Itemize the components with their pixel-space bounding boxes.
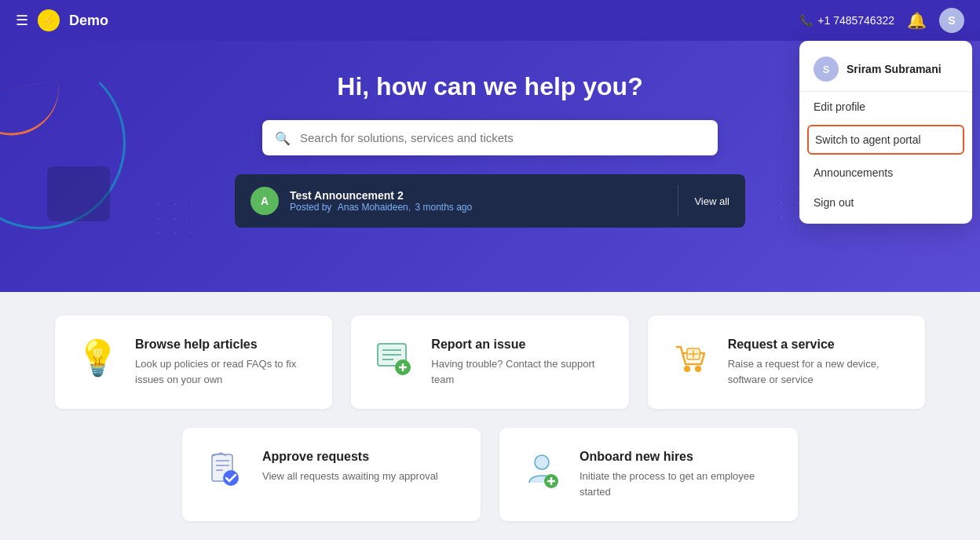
report-issue-title: Report an issue bbox=[431, 338, 609, 352]
request-service-desc: Raise a request for a new device, softwa… bbox=[728, 356, 906, 387]
browse-articles-icon: 💡 bbox=[74, 338, 121, 378]
browse-articles-desc: Look up policies or read FAQs to fix iss… bbox=[135, 356, 313, 387]
announcement-title: Test Announcement 2 bbox=[290, 189, 662, 202]
onboard-hires-body: Onboard new hires Initiate the process t… bbox=[580, 450, 779, 499]
bell-icon[interactable]: 🔔 bbox=[907, 11, 927, 30]
search-bar: 🔍 bbox=[262, 120, 718, 155]
approve-requests-icon bbox=[201, 450, 248, 498]
search-input[interactable] bbox=[262, 120, 718, 155]
view-all-link[interactable]: View all bbox=[694, 195, 730, 207]
browse-articles-body: Browse help articles Look up policies or… bbox=[135, 338, 313, 387]
navbar-right: 📞 +1 7485746322 🔔 S bbox=[799, 8, 964, 33]
request-service-title: Request a service bbox=[728, 338, 906, 352]
search-icon: 🔍 bbox=[275, 130, 291, 145]
hero-dots-left: · · ·· · ·· · · bbox=[157, 198, 199, 240]
hamburger-icon[interactable]: ☰ bbox=[16, 12, 28, 29]
browse-articles-title: Browse help articles bbox=[135, 338, 313, 352]
onboard-hires-desc: Initiate the process to get an employee … bbox=[580, 469, 779, 499]
card-request-service[interactable]: Request a service Raise a request for a … bbox=[648, 316, 925, 409]
card-approve-requests[interactable]: Approve requests View all requests await… bbox=[182, 428, 481, 521]
dropdown-sign-out[interactable]: Sign out bbox=[799, 188, 972, 217]
navbar-avatar[interactable]: S bbox=[939, 8, 964, 33]
dropdown-switch-agent[interactable]: Switch to agent portal bbox=[807, 125, 964, 155]
dropdown-header: S Sriram Subramani bbox=[799, 47, 972, 92]
dropdown-avatar: S bbox=[814, 57, 839, 82]
cards-section: 💡 Browse help articles Look up policies … bbox=[0, 292, 980, 540]
app-title: Demo bbox=[69, 13, 108, 29]
card-report-issue[interactable]: Report an issue Having trouble? Contact … bbox=[351, 316, 628, 409]
dropdown-announcements[interactable]: Announcements bbox=[799, 158, 972, 188]
report-issue-desc: Having trouble? Contact the support team bbox=[431, 356, 609, 387]
approve-requests-title: Approve requests bbox=[262, 450, 438, 464]
announcement-bar: A Test Announcement 2 Posted by Anas Moh… bbox=[235, 174, 745, 228]
request-service-body: Request a service Raise a request for a … bbox=[728, 338, 906, 387]
cards-row-1: 💡 Browse help articles Look up policies … bbox=[55, 316, 925, 409]
navbar: ☰ ⚡ Demo 📞 +1 7485746322 🔔 S bbox=[0, 0, 980, 41]
announcement-sub: Posted by Anas Mohaideen, 3 months ago bbox=[290, 202, 662, 213]
report-issue-body: Report an issue Having trouble? Contact … bbox=[431, 338, 609, 387]
announcement-text: Test Announcement 2 Posted by Anas Mohai… bbox=[290, 189, 662, 213]
approve-requests-body: Approve requests View all requests await… bbox=[262, 450, 438, 484]
phone-number: 📞 +1 7485746322 bbox=[799, 14, 894, 27]
card-onboard-hires[interactable]: Onboard new hires Initiate the process t… bbox=[499, 428, 798, 521]
announcement-avatar: A bbox=[250, 187, 279, 215]
onboard-hires-icon bbox=[518, 450, 565, 498]
request-service-icon bbox=[667, 338, 714, 386]
hero-box-decoration bbox=[47, 166, 110, 221]
report-issue-icon bbox=[370, 338, 417, 386]
svg-point-17 bbox=[535, 455, 549, 469]
user-dropdown: S Sriram Subramani Edit profile Switch t… bbox=[799, 41, 972, 224]
dropdown-edit-profile[interactable]: Edit profile bbox=[799, 92, 972, 122]
phone-icon: 📞 bbox=[799, 14, 813, 27]
navbar-left: ☰ ⚡ Demo bbox=[16, 9, 108, 31]
svg-point-8 bbox=[695, 366, 701, 372]
cards-row-2: Approve requests View all requests await… bbox=[55, 428, 925, 521]
onboard-hires-title: Onboard new hires bbox=[580, 450, 779, 464]
announcement-divider bbox=[678, 185, 678, 217]
approve-requests-desc: View all requests awaiting my approval bbox=[262, 469, 438, 484]
card-browse-articles[interactable]: 💡 Browse help articles Look up policies … bbox=[55, 316, 332, 409]
logo-icon: ⚡ bbox=[38, 9, 60, 31]
svg-point-7 bbox=[684, 366, 690, 372]
dropdown-user-name: Sriram Subramani bbox=[847, 63, 942, 75]
